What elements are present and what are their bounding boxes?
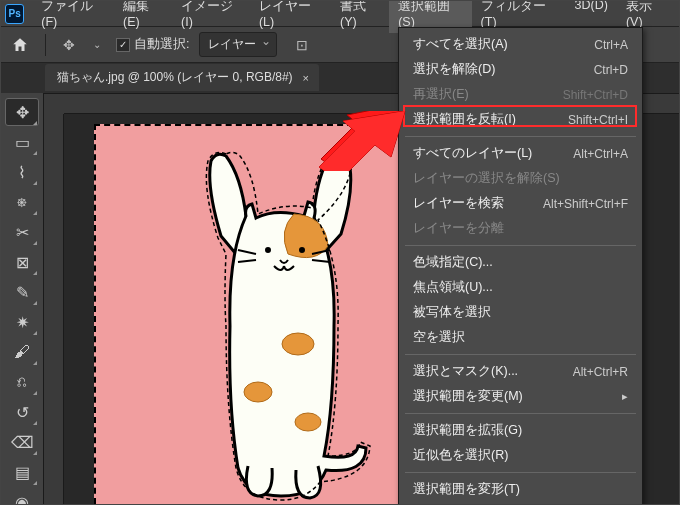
menu-entry-shortcut: Alt+Ctrl+A (573, 147, 628, 161)
menu-entry[interactable]: レイヤーを検索Alt+Shift+Ctrl+F (399, 191, 642, 216)
document-title: 猫ちゃん.jpg @ 100% (レイヤー 0, RGB/8#) (57, 69, 293, 86)
menu-entry: 再選択(E)Shift+Ctrl+D (399, 82, 642, 107)
menu-separator (405, 354, 636, 355)
menu-entry-shortcut: Alt+Ctrl+R (573, 365, 628, 379)
menu-entry[interactable]: すべてを選択(A)Ctrl+A (399, 32, 642, 57)
menu-entry-label: レイヤーを分離 (413, 220, 504, 237)
toolbox: ✥▭⌇⎈✂⊠✎✷🖌⎌↺⌫▤◉ (1, 93, 43, 505)
menu-entry[interactable]: 選択を解除(D)Ctrl+D (399, 57, 642, 82)
transform-controls-icon[interactable]: ⊡ (293, 36, 311, 54)
menu-entry: レイヤーを分離 (399, 216, 642, 241)
menubar: Ps ファイル(F)編集(E)イメージ(I)レイヤー(L)書式(Y)選択範囲(S… (1, 1, 679, 27)
ruler-corner (44, 94, 64, 114)
menu-entry-shortcut: Ctrl+A (594, 38, 628, 52)
menu-item[interactable]: ファイル(F) (32, 0, 114, 33)
menu-item[interactable]: 書式(Y) (331, 0, 389, 33)
svg-point-4 (300, 248, 304, 252)
menu-entry[interactable]: 近似色を選択(R) (399, 443, 642, 468)
target-select-label: レイヤー (208, 37, 256, 51)
menu-entry-label: レイヤーの選択を解除(S) (413, 170, 560, 187)
menu-entry-label: 選択を解除(D) (413, 61, 495, 78)
menu-entry-label: 選択範囲を変形(T) (413, 481, 520, 498)
menu-entry[interactable]: 色域指定(C)... (399, 250, 642, 275)
menu-entry-label: レイヤーを検索 (413, 195, 504, 212)
menu-entry[interactable]: 選択範囲を変更(M) (399, 384, 642, 409)
menu-entry[interactable]: 空を選択 (399, 325, 642, 350)
menu-item[interactable]: レイヤー(L) (250, 0, 331, 33)
target-select[interactable]: レイヤー (199, 32, 277, 57)
menu-entry-label: 焦点領域(U)... (413, 279, 493, 296)
checkbox-icon: ✓ (116, 38, 130, 52)
home-icon[interactable] (9, 34, 31, 56)
blur-tool[interactable]: ◉ (5, 488, 39, 505)
menu-entry-shortcut: Ctrl+D (594, 63, 628, 77)
menu-entry-label: 空を選択 (413, 329, 465, 346)
menu-entry-label: 選択範囲を反転(I) (413, 111, 516, 128)
menu-entry-label: 選択範囲を変更(M) (413, 388, 523, 405)
menu-entry-label: 選択とマスク(K)... (413, 363, 518, 380)
auto-select-label: 自動選択: (134, 36, 189, 53)
select-menu-dropdown: すべてを選択(A)Ctrl+A選択を解除(D)Ctrl+D再選択(E)Shift… (398, 27, 643, 505)
menu-entry[interactable]: 焦点領域(U)... (399, 275, 642, 300)
app-logo: Ps (5, 4, 24, 24)
divider (45, 34, 46, 56)
svg-point-0 (282, 333, 314, 355)
svg-point-1 (244, 382, 272, 402)
menu-separator (405, 413, 636, 414)
menu-entry[interactable]: 選択範囲を拡張(G) (399, 418, 642, 443)
menu-entry[interactable]: すべてのレイヤー(L)Alt+Ctrl+A (399, 141, 642, 166)
auto-select-checkbox[interactable]: ✓ 自動選択: (116, 36, 189, 53)
menu-entry-label: すべてを選択(A) (413, 36, 508, 53)
svg-point-2 (295, 413, 321, 431)
menu-entry-shortcut: Shift+Ctrl+D (563, 88, 628, 102)
menu-entry-label: 色域指定(C)... (413, 254, 493, 271)
cat-illustration (156, 146, 406, 504)
menu-entry[interactable]: 選択とマスク(K)...Alt+Ctrl+R (399, 359, 642, 384)
menu-separator (405, 472, 636, 473)
image-canvas[interactable] (94, 124, 414, 504)
close-icon[interactable]: × (303, 72, 309, 84)
menu-entry-shortcut: Shift+Ctrl+I (568, 113, 628, 127)
dropdown-chevron-icon[interactable]: ⌄ (88, 36, 106, 54)
menu-item[interactable]: イメージ(I) (172, 0, 250, 33)
menu-entry[interactable]: 選択範囲を反転(I)Shift+Ctrl+I (399, 107, 642, 132)
menu-separator (405, 245, 636, 246)
menu-entry-shortcut: Alt+Shift+Ctrl+F (543, 197, 628, 211)
menu-entry: レイヤーの選択を解除(S) (399, 166, 642, 191)
menu-entry-label: すべてのレイヤー(L) (413, 145, 532, 162)
svg-point-3 (266, 248, 270, 252)
move-arrows-icon[interactable]: ✥ (60, 36, 78, 54)
document-tab[interactable]: 猫ちゃん.jpg @ 100% (レイヤー 0, RGB/8#) × (45, 64, 319, 91)
menu-item[interactable]: 編集(E) (114, 0, 172, 33)
menu-entry[interactable]: 被写体を選択 (399, 300, 642, 325)
menu-separator (405, 136, 636, 137)
menu-entry-label: 被写体を選択 (413, 304, 491, 321)
menu-entry-label: 近似色を選択(R) (413, 447, 508, 464)
menu-entry-label: 選択範囲を拡張(G) (413, 422, 522, 439)
menu-entry-label: 再選択(E) (413, 86, 469, 103)
ruler-vertical[interactable] (44, 114, 64, 504)
menu-entry[interactable]: 選択範囲を変形(T) (399, 477, 642, 502)
